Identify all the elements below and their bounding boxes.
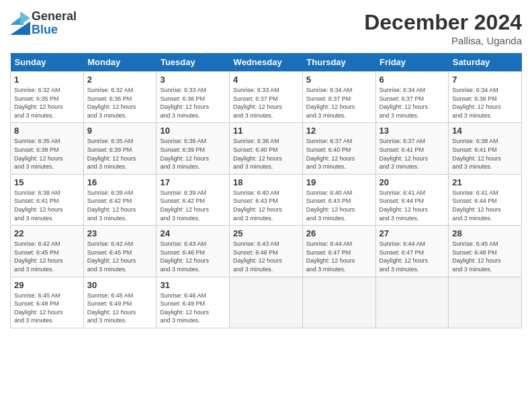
- week-row-4: 22 Sunrise: 6:42 AMSunset: 6:45 PMDaylig…: [11, 226, 522, 277]
- day-header-monday: Monday: [83, 53, 157, 72]
- calendar-cell: 9 Sunrise: 6:35 AMSunset: 6:39 PMDayligh…: [83, 123, 157, 174]
- calendar-cell: [230, 277, 303, 328]
- day-number: 16: [87, 177, 153, 187]
- calendar-cell: 5 Sunrise: 6:34 AMSunset: 6:37 PMDayligh…: [302, 72, 375, 123]
- calendar-cell: 22 Sunrise: 6:42 AMSunset: 6:45 PMDaylig…: [11, 226, 84, 277]
- day-info: Sunrise: 6:43 AMSunset: 6:46 PMDaylight:…: [233, 240, 282, 273]
- day-info: Sunrise: 6:32 AMSunset: 6:36 PMDaylight:…: [87, 87, 136, 119]
- day-number: 20: [380, 177, 445, 187]
- day-number: 11: [233, 126, 299, 136]
- day-number: 22: [14, 228, 80, 238]
- day-number: 19: [306, 177, 372, 187]
- day-number: 7: [452, 75, 518, 85]
- day-number: 21: [452, 177, 518, 187]
- day-number: 31: [160, 280, 226, 290]
- calendar-cell: [302, 277, 375, 328]
- day-info: Sunrise: 6:45 AMSunset: 6:48 PMDaylight:…: [452, 240, 501, 273]
- day-info: Sunrise: 6:42 AMSunset: 6:45 PMDaylight:…: [14, 240, 63, 273]
- day-number: 17: [160, 177, 226, 187]
- day-number: 10: [160, 126, 226, 136]
- day-number: 8: [14, 126, 80, 136]
- calendar-cell: 4 Sunrise: 6:33 AMSunset: 6:37 PMDayligh…: [230, 72, 303, 123]
- day-number: 5: [306, 75, 372, 85]
- day-number: 3: [160, 75, 226, 85]
- day-info: Sunrise: 6:37 AMSunset: 6:41 PMDaylight:…: [380, 138, 429, 170]
- calendar-cell: 15 Sunrise: 6:38 AMSunset: 6:41 PMDaylig…: [11, 174, 84, 225]
- calendar-cell: 3 Sunrise: 6:33 AMSunset: 6:36 PMDayligh…: [157, 72, 230, 123]
- day-info: Sunrise: 6:35 AMSunset: 6:39 PMDaylight:…: [87, 138, 136, 170]
- calendar-cell: 21 Sunrise: 6:41 AMSunset: 6:44 PMDaylig…: [449, 174, 522, 225]
- day-info: Sunrise: 6:40 AMSunset: 6:43 PMDaylight:…: [233, 189, 282, 222]
- week-row-2: 8 Sunrise: 6:35 AMSunset: 6:38 PMDayligh…: [11, 123, 522, 174]
- day-header-tuesday: Tuesday: [157, 53, 230, 72]
- calendar-cell: 19 Sunrise: 6:40 AMSunset: 6:43 PMDaylig…: [302, 174, 375, 225]
- calendar-cell: 2 Sunrise: 6:32 AMSunset: 6:36 PMDayligh…: [83, 72, 157, 123]
- day-header-sunday: Sunday: [11, 53, 84, 72]
- calendar-cell: 16 Sunrise: 6:39 AMSunset: 6:42 PMDaylig…: [83, 174, 157, 225]
- day-info: Sunrise: 6:32 AMSunset: 6:35 PMDaylight:…: [14, 87, 63, 119]
- day-header-friday: Friday: [375, 53, 449, 72]
- location: Pallisa, Uganda: [364, 35, 522, 46]
- logo-general: General: [32, 10, 77, 24]
- logo-icon: [10, 11, 30, 35]
- calendar-cell: [375, 277, 449, 328]
- logo-blue: Blue: [32, 24, 77, 37]
- day-info: Sunrise: 6:34 AMSunset: 6:37 PMDaylight:…: [306, 87, 355, 119]
- calendar-cell: 1 Sunrise: 6:32 AMSunset: 6:35 PMDayligh…: [11, 72, 84, 123]
- day-number: 1: [14, 75, 80, 85]
- month-title: December 2024: [364, 10, 522, 35]
- day-info: Sunrise: 6:36 AMSunset: 6:40 PMDaylight:…: [233, 138, 282, 170]
- calendar-cell: 27 Sunrise: 6:44 AMSunset: 6:47 PMDaylig…: [375, 226, 449, 277]
- day-header-saturday: Saturday: [449, 53, 522, 72]
- calendar-cell: 18 Sunrise: 6:40 AMSunset: 6:43 PMDaylig…: [230, 174, 303, 225]
- calendar-cell: 31 Sunrise: 6:46 AMSunset: 6:49 PMDaylig…: [157, 277, 230, 328]
- calendar-cell: 28 Sunrise: 6:45 AMSunset: 6:48 PMDaylig…: [449, 226, 522, 277]
- calendar-cell: [449, 277, 522, 328]
- day-number: 23: [87, 228, 153, 238]
- day-number: 2: [87, 75, 153, 85]
- day-info: Sunrise: 6:45 AMSunset: 6:48 PMDaylight:…: [14, 292, 63, 324]
- day-info: Sunrise: 6:33 AMSunset: 6:37 PMDaylight:…: [233, 87, 282, 119]
- day-number: 6: [380, 75, 445, 85]
- day-number: 30: [87, 280, 153, 290]
- day-info: Sunrise: 6:45 AMSunset: 6:49 PMDaylight:…: [87, 292, 136, 324]
- day-number: 25: [233, 228, 299, 238]
- day-number: 29: [14, 280, 80, 290]
- calendar-cell: 30 Sunrise: 6:45 AMSunset: 6:49 PMDaylig…: [83, 277, 157, 328]
- calendar-cell: 29 Sunrise: 6:45 AMSunset: 6:48 PMDaylig…: [11, 277, 84, 328]
- day-info: Sunrise: 6:41 AMSunset: 6:44 PMDaylight:…: [452, 189, 501, 222]
- day-number: 13: [380, 126, 445, 136]
- day-number: 14: [452, 126, 518, 136]
- day-info: Sunrise: 6:42 AMSunset: 6:45 PMDaylight:…: [87, 240, 136, 273]
- day-info: Sunrise: 6:35 AMSunset: 6:38 PMDaylight:…: [14, 138, 63, 170]
- header-row: SundayMondayTuesdayWednesdayThursdayFrid…: [11, 53, 522, 72]
- header: General Blue December 2024 Pallisa, Ugan…: [10, 10, 522, 46]
- day-number: 27: [380, 228, 445, 238]
- calendar-cell: 17 Sunrise: 6:39 AMSunset: 6:42 PMDaylig…: [157, 174, 230, 225]
- day-info: Sunrise: 6:44 AMSunset: 6:47 PMDaylight:…: [306, 240, 355, 273]
- day-info: Sunrise: 6:40 AMSunset: 6:43 PMDaylight:…: [306, 189, 355, 222]
- day-info: Sunrise: 6:39 AMSunset: 6:42 PMDaylight:…: [87, 189, 136, 222]
- day-number: 9: [87, 126, 153, 136]
- day-header-thursday: Thursday: [302, 53, 375, 72]
- day-number: 12: [306, 126, 372, 136]
- page-container: General Blue December 2024 Pallisa, Ugan…: [0, 0, 532, 411]
- day-info: Sunrise: 6:33 AMSunset: 6:36 PMDaylight:…: [160, 87, 209, 119]
- day-info: Sunrise: 6:41 AMSunset: 6:44 PMDaylight:…: [380, 189, 429, 222]
- day-info: Sunrise: 6:39 AMSunset: 6:42 PMDaylight:…: [160, 189, 209, 222]
- day-number: 4: [233, 75, 299, 85]
- week-row-3: 15 Sunrise: 6:38 AMSunset: 6:41 PMDaylig…: [11, 174, 522, 225]
- logo-text: General Blue: [32, 10, 77, 37]
- calendar-cell: 7 Sunrise: 6:34 AMSunset: 6:38 PMDayligh…: [449, 72, 522, 123]
- calendar-cell: 26 Sunrise: 6:44 AMSunset: 6:47 PMDaylig…: [302, 226, 375, 277]
- day-number: 15: [14, 177, 80, 187]
- calendar-cell: 6 Sunrise: 6:34 AMSunset: 6:37 PMDayligh…: [375, 72, 449, 123]
- day-number: 24: [160, 228, 226, 238]
- title-section: December 2024 Pallisa, Uganda: [364, 10, 522, 46]
- calendar-cell: 23 Sunrise: 6:42 AMSunset: 6:45 PMDaylig…: [83, 226, 157, 277]
- day-number: 26: [306, 228, 372, 238]
- calendar-cell: 12 Sunrise: 6:37 AMSunset: 6:40 PMDaylig…: [302, 123, 375, 174]
- calendar-cell: 25 Sunrise: 6:43 AMSunset: 6:46 PMDaylig…: [230, 226, 303, 277]
- calendar-cell: 8 Sunrise: 6:35 AMSunset: 6:38 PMDayligh…: [11, 123, 84, 174]
- calendar-cell: 24 Sunrise: 6:43 AMSunset: 6:46 PMDaylig…: [157, 226, 230, 277]
